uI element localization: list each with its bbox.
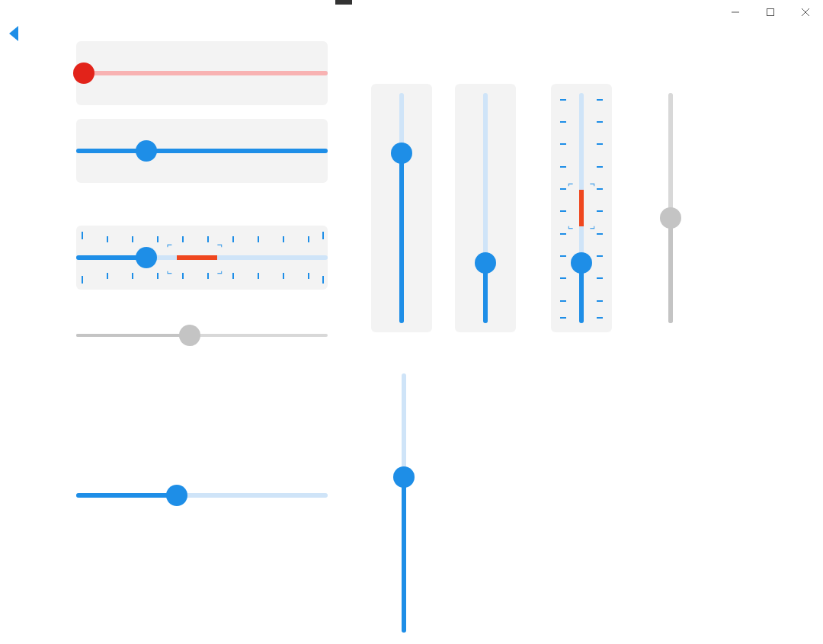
range-bracket-icon: ⌐ bbox=[217, 239, 223, 250]
vslider-range[interactable]: ⌐ ⌐ ⌐ ⌐ bbox=[551, 84, 612, 332]
slider-track bbox=[483, 93, 488, 323]
vslider-5[interactable] bbox=[373, 373, 434, 633]
vslider-2[interactable] bbox=[455, 84, 516, 332]
vslider-1[interactable] bbox=[371, 84, 432, 332]
slider-thumb[interactable] bbox=[391, 143, 412, 164]
slider-track bbox=[402, 373, 406, 633]
range-bracket-icon: ⌐ bbox=[568, 178, 573, 189]
slider-thumb bbox=[179, 325, 200, 346]
window-controls bbox=[718, 0, 823, 24]
svg-rect-1 bbox=[767, 9, 774, 16]
slider-track-fill bbox=[399, 158, 404, 323]
slider-thumb[interactable] bbox=[571, 252, 592, 274]
slider-blue-2[interactable] bbox=[76, 473, 328, 518]
minimize-icon bbox=[732, 8, 739, 16]
slider-thumb[interactable] bbox=[393, 466, 415, 488]
slider-track bbox=[579, 93, 584, 323]
slider-thumb[interactable] bbox=[73, 62, 94, 84]
range-bracket-icon: ⌐ bbox=[590, 178, 595, 189]
range-bracket-icon: ⌐ bbox=[217, 268, 223, 279]
range-bracket-icon: ⌐ bbox=[167, 268, 172, 279]
slider-track bbox=[76, 493, 328, 498]
close-icon bbox=[802, 8, 809, 16]
maximize-icon bbox=[767, 8, 774, 16]
slider-disabled bbox=[76, 312, 328, 358]
back-icon bbox=[6, 24, 21, 43]
slider-track bbox=[76, 334, 328, 337]
slider-blue-1[interactable] bbox=[76, 119, 328, 183]
slider-track bbox=[76, 71, 328, 75]
slider-track-fill bbox=[402, 477, 406, 633]
slider-thumb[interactable] bbox=[136, 247, 157, 268]
range-bracket-icon: ⌐ bbox=[568, 223, 573, 234]
slider-track-fill bbox=[76, 71, 328, 75]
range-bracket-icon: ⌐ bbox=[590, 223, 595, 234]
slider-track bbox=[76, 255, 328, 260]
slider-track-fill bbox=[76, 334, 190, 337]
svg-marker-4 bbox=[9, 26, 18, 41]
slider-track-fill bbox=[76, 149, 328, 153]
window-minimize-button[interactable] bbox=[718, 0, 753, 24]
back-button[interactable] bbox=[6, 24, 21, 43]
slider-range-segment bbox=[177, 255, 217, 260]
slider-track bbox=[399, 93, 404, 323]
slider-track bbox=[76, 149, 328, 153]
slider-thumb[interactable] bbox=[475, 252, 496, 274]
slider-range[interactable]: ⌐ ⌐ ⌐ ⌐ bbox=[76, 226, 328, 290]
window-close-button[interactable] bbox=[788, 0, 823, 24]
slider-range-segment bbox=[579, 190, 584, 226]
slider-thumb bbox=[660, 207, 681, 229]
slider-red[interactable] bbox=[76, 41, 328, 105]
slider-thumb[interactable] bbox=[136, 140, 157, 162]
slider-track-fill bbox=[668, 217, 673, 323]
range-bracket-icon: ⌐ bbox=[167, 239, 172, 250]
app-icon-fragment bbox=[335, 0, 352, 5]
window-maximize-button[interactable] bbox=[753, 0, 788, 24]
slider-track-fill bbox=[76, 493, 177, 498]
vslider-disabled bbox=[640, 84, 701, 332]
slider-thumb[interactable] bbox=[166, 485, 187, 506]
